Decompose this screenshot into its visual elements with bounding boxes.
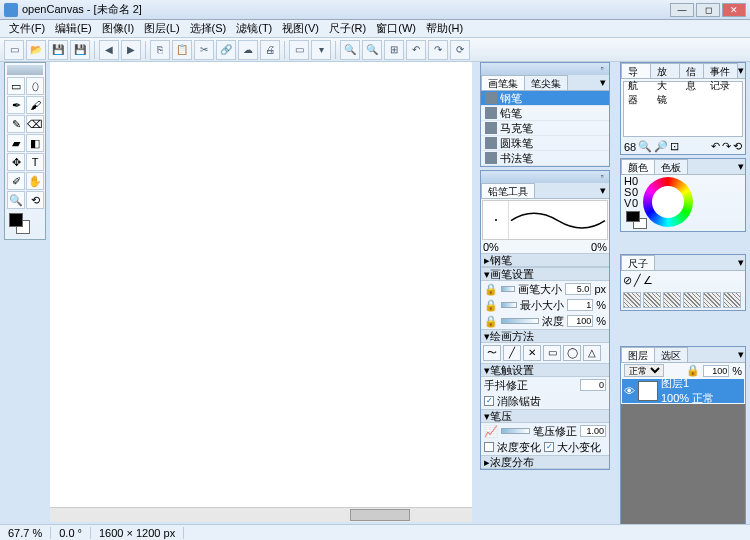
minimize-button[interactable]: —: [670, 3, 694, 17]
minsize-slider[interactable]: [501, 302, 517, 308]
ruler-grid2[interactable]: [643, 292, 661, 308]
brushset-close-icon[interactable]: ▫: [597, 64, 607, 74]
size-change-checkbox[interactable]: ✓: [544, 442, 554, 452]
tab-selection[interactable]: 选区: [654, 347, 688, 362]
maximize-button[interactable]: ◻: [696, 3, 720, 17]
drawmode-ellipse[interactable]: ◯: [563, 345, 581, 361]
paste-button[interactable]: 📋: [172, 40, 192, 60]
close-button[interactable]: ✕: [722, 3, 746, 17]
menu-ruler[interactable]: 尺子(R): [324, 21, 371, 36]
menu-filter[interactable]: 滤镜(T): [231, 21, 277, 36]
curve-icon[interactable]: 📈: [484, 425, 498, 438]
zoomfit-button[interactable]: ⊞: [384, 40, 404, 60]
pressure-input[interactable]: 1.00: [580, 425, 606, 437]
cut-button[interactable]: ✂: [194, 40, 214, 60]
antialias-checkbox[interactable]: ✓: [484, 396, 494, 406]
print-button[interactable]: 🖨: [260, 40, 280, 60]
link-button[interactable]: 🔗: [216, 40, 236, 60]
menu-window[interactable]: 窗口(W): [371, 21, 421, 36]
canvas[interactable]: [50, 62, 472, 507]
brush-item-pencil[interactable]: 铅笔: [481, 106, 609, 121]
color-square[interactable]: [659, 193, 677, 211]
lock-icon[interactable]: 🔒: [484, 283, 498, 296]
density-input[interactable]: 100: [567, 315, 593, 327]
ruler-grid6[interactable]: [723, 292, 741, 308]
ruler-line-icon[interactable]: ╱: [634, 274, 641, 287]
tool-move[interactable]: ✥: [7, 153, 25, 171]
minsize-input[interactable]: 1: [567, 299, 593, 311]
tab-pencil-tool[interactable]: 铅笔工具: [481, 183, 535, 198]
h-scrollbar[interactable]: [50, 507, 472, 522]
drawmode-rect[interactable]: ▭: [543, 345, 561, 361]
next-button[interactable]: ▶: [121, 40, 141, 60]
tool-eyedrop[interactable]: ✐: [7, 172, 25, 190]
tool-hand[interactable]: ✋: [26, 172, 44, 190]
nav-rotright-icon[interactable]: ↷: [722, 140, 731, 153]
drawmode-free[interactable]: 〜: [483, 345, 501, 361]
pressure-slider[interactable]: [501, 428, 530, 434]
menu-help[interactable]: 帮助(H): [421, 21, 468, 36]
zoomin-button[interactable]: 🔍: [340, 40, 360, 60]
color-menu-icon[interactable]: ▾: [737, 159, 745, 174]
size-input[interactable]: 5.0: [565, 283, 591, 295]
ruler-none-icon[interactable]: ⊘: [623, 274, 632, 287]
brushset-menu-icon[interactable]: ▾: [597, 75, 609, 90]
new-button[interactable]: ▭: [4, 40, 24, 60]
blend-mode-select[interactable]: 正常: [624, 364, 664, 377]
tab-info[interactable]: 信息: [679, 63, 704, 78]
visibility-icon[interactable]: 👁: [624, 385, 635, 397]
drawmode-cross[interactable]: ✕: [523, 345, 541, 361]
prev-button[interactable]: ◀: [99, 40, 119, 60]
density-change-checkbox[interactable]: [484, 442, 494, 452]
save-button[interactable]: 💾: [48, 40, 68, 60]
menu-layer[interactable]: 图层(L): [139, 21, 184, 36]
shape-dd[interactable]: ▾: [311, 40, 331, 60]
lock-icon[interactable]: 🔒: [484, 299, 498, 312]
nav-fit-icon[interactable]: ⊡: [670, 140, 679, 153]
color-fg[interactable]: [626, 211, 640, 222]
size-slider[interactable]: [501, 286, 515, 292]
nav-reset-icon[interactable]: ⟲: [733, 140, 742, 153]
tool-lasso[interactable]: ⬯: [26, 77, 44, 95]
brush-item-marker[interactable]: 马克笔: [481, 121, 609, 136]
saveas-button[interactable]: 💾: [70, 40, 90, 60]
tab-navigator[interactable]: 导航器: [621, 63, 651, 78]
brush-item-pen[interactable]: 钢笔: [481, 91, 609, 106]
tool-fill[interactable]: ▰: [7, 134, 25, 152]
ruler-grid5[interactable]: [703, 292, 721, 308]
ruler-menu-icon[interactable]: ▾: [737, 255, 745, 270]
nav-zoomin-icon[interactable]: 🔎: [654, 140, 668, 153]
tool-marquee[interactable]: ▭: [7, 77, 25, 95]
redo-button[interactable]: ↷: [428, 40, 448, 60]
ruler-angle-icon[interactable]: ∠: [643, 274, 653, 287]
ruler-grid1[interactable]: [623, 292, 641, 308]
foreground-color[interactable]: [9, 213, 23, 227]
pencil-close-icon[interactable]: ▫: [597, 172, 607, 182]
zoomout-button[interactable]: 🔍: [362, 40, 382, 60]
menu-select[interactable]: 选择(S): [185, 21, 232, 36]
copy-button[interactable]: ⎘: [150, 40, 170, 60]
undo-button[interactable]: ↶: [406, 40, 426, 60]
tool-pen[interactable]: ✒: [7, 96, 25, 114]
menu-image[interactable]: 图像(I): [97, 21, 139, 36]
density-slider[interactable]: [501, 318, 539, 324]
menu-file[interactable]: 文件(F): [4, 21, 50, 36]
shake-input[interactable]: 0: [580, 379, 606, 391]
brush-item-calligraphy[interactable]: 书法笔: [481, 151, 609, 166]
layer-menu-icon[interactable]: ▾: [737, 347, 745, 362]
tab-ruler[interactable]: 尺子: [621, 255, 655, 270]
tab-color[interactable]: 颜色: [621, 159, 655, 174]
tab-tipset[interactable]: 笔尖集: [524, 75, 568, 90]
tool-gradient[interactable]: ◧: [26, 134, 44, 152]
tool-zoom[interactable]: 🔍: [7, 191, 25, 209]
open-button[interactable]: 📂: [26, 40, 46, 60]
menu-view[interactable]: 视图(V): [277, 21, 324, 36]
cloud-button[interactable]: ☁: [238, 40, 258, 60]
menu-edit[interactable]: 编辑(E): [50, 21, 97, 36]
toolbox-header[interactable]: [7, 65, 43, 75]
tab-magnifier[interactable]: 放大镜: [650, 63, 680, 78]
tab-swatches[interactable]: 色板: [654, 159, 688, 174]
refresh-button[interactable]: ⟳: [450, 40, 470, 60]
nav-zoomout-icon[interactable]: 🔍: [638, 140, 652, 153]
rect-button[interactable]: ▭: [289, 40, 309, 60]
